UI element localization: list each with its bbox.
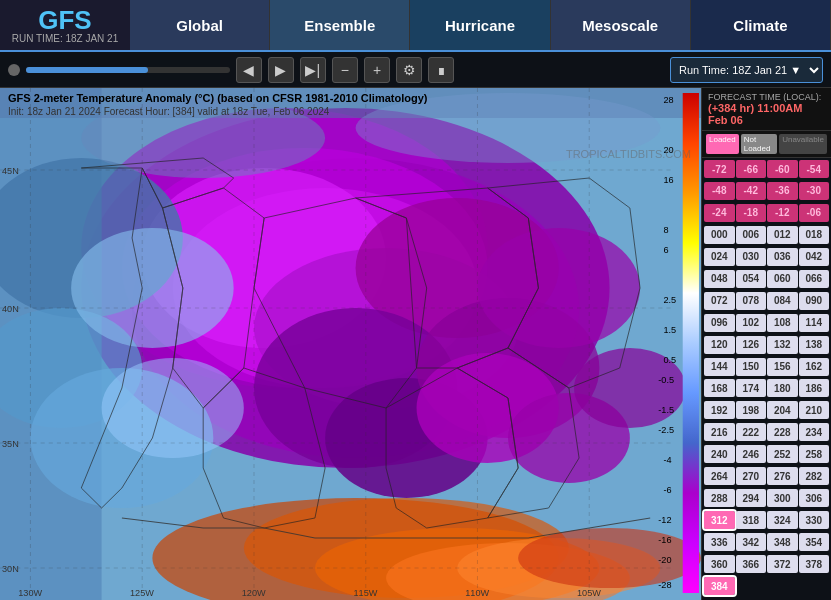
time-cell[interactable]: 012 <box>767 226 798 244</box>
time-cell[interactable]: -18 <box>736 204 767 222</box>
time-grid: -72-66-60-54-48-42-36-30-24-18-12-060000… <box>702 158 831 600</box>
time-cell[interactable]: 222 <box>736 423 767 441</box>
time-cell[interactable]: 204 <box>767 401 798 419</box>
time-cell[interactable]: 030 <box>736 248 767 266</box>
time-cell[interactable]: 102 <box>736 314 767 332</box>
svg-text:0.5: 0.5 <box>663 355 676 365</box>
tab-climate[interactable]: Climate <box>691 0 831 50</box>
svg-text:-16: -16 <box>658 535 671 545</box>
time-cell[interactable]: 354 <box>799 533 830 551</box>
time-cell[interactable]: 288 <box>704 489 735 507</box>
time-cell[interactable]: 384 <box>704 577 735 595</box>
time-cell[interactable]: 000 <box>704 226 735 244</box>
controls-bar: ◀ ▶ ▶| − + ⚙ ∎ Run Time: 18Z Jan 21 ▼ <box>0 50 831 88</box>
svg-point-24 <box>518 528 701 588</box>
time-cell[interactable]: 186 <box>799 379 830 397</box>
time-cell[interactable]: 126 <box>736 336 767 354</box>
time-cell[interactable]: 192 <box>704 401 735 419</box>
time-cell[interactable]: 174 <box>736 379 767 397</box>
time-cell[interactable]: 024 <box>704 248 735 266</box>
time-cell[interactable]: 342 <box>736 533 767 551</box>
time-cell[interactable]: -48 <box>704 182 735 200</box>
time-cell[interactable]: 036 <box>767 248 798 266</box>
time-cell[interactable]: 180 <box>767 379 798 397</box>
time-cell[interactable]: -54 <box>799 160 830 178</box>
time-cell[interactable]: 108 <box>767 314 798 332</box>
time-cell[interactable]: 276 <box>767 467 798 485</box>
svg-rect-31 <box>683 93 699 593</box>
map-container: GFS 2-meter Temperature Anomaly (°C) (ba… <box>0 88 701 600</box>
time-cell[interactable]: 150 <box>736 358 767 376</box>
time-cell[interactable]: 198 <box>736 401 767 419</box>
time-cell[interactable]: 072 <box>704 292 735 310</box>
time-cell[interactable]: 228 <box>767 423 798 441</box>
time-cell[interactable]: -72 <box>704 160 735 178</box>
settings-button[interactable]: ⚙ <box>396 57 422 83</box>
time-cell[interactable]: 048 <box>704 270 735 288</box>
time-cell[interactable]: 096 <box>704 314 735 332</box>
time-cell[interactable]: 138 <box>799 336 830 354</box>
time-cell[interactable]: 084 <box>767 292 798 310</box>
time-cell[interactable]: 300 <box>767 489 798 507</box>
time-cell[interactable]: 078 <box>736 292 767 310</box>
time-cell[interactable]: -60 <box>767 160 798 178</box>
time-cell[interactable]: 264 <box>704 467 735 485</box>
time-cell[interactable]: 210 <box>799 401 830 419</box>
tab-ensemble[interactable]: Ensemble <box>270 0 410 50</box>
time-cell[interactable]: 144 <box>704 358 735 376</box>
time-cell[interactable]: 330 <box>799 511 830 529</box>
time-cell[interactable]: 324 <box>767 511 798 529</box>
time-cell[interactable]: 018 <box>799 226 830 244</box>
run-time-select[interactable]: Run Time: 18Z Jan 21 ▼ <box>670 57 823 83</box>
time-cell[interactable]: 240 <box>704 445 735 463</box>
progress-track[interactable] <box>26 67 230 73</box>
time-cell[interactable]: 168 <box>704 379 735 397</box>
time-cell[interactable]: 348 <box>767 533 798 551</box>
time-cell[interactable]: 294 <box>736 489 767 507</box>
time-cell[interactable]: 090 <box>799 292 830 310</box>
time-cell[interactable]: 360 <box>704 555 735 573</box>
play-button[interactable]: ▶ <box>268 57 294 83</box>
time-cell[interactable]: -12 <box>767 204 798 222</box>
time-cell[interactable]: 006 <box>736 226 767 244</box>
time-cell[interactable]: 066 <box>799 270 830 288</box>
time-cell[interactable]: 372 <box>767 555 798 573</box>
time-cell[interactable]: -06 <box>799 204 830 222</box>
time-cell[interactable]: 054 <box>736 270 767 288</box>
time-cell[interactable]: -36 <box>767 182 798 200</box>
time-cell[interactable]: 234 <box>799 423 830 441</box>
time-cell[interactable]: -66 <box>736 160 767 178</box>
time-cell[interactable]: 312 <box>704 511 735 529</box>
time-cell[interactable]: 378 <box>799 555 830 573</box>
right-panel: FORECAST TIME (LOCAL): (+384 hr) 11:00AM… <box>701 88 831 600</box>
svg-text:120W: 120W <box>242 588 266 598</box>
time-cell[interactable]: 366 <box>736 555 767 573</box>
minus-button[interactable]: − <box>332 57 358 83</box>
time-cell[interactable]: 060 <box>767 270 798 288</box>
time-cell[interactable]: -42 <box>736 182 767 200</box>
time-cell[interactable]: 252 <box>767 445 798 463</box>
prev-button[interactable]: ◀ <box>236 57 262 83</box>
time-cell[interactable]: 336 <box>704 533 735 551</box>
time-cell[interactable]: 132 <box>767 336 798 354</box>
plus-button[interactable]: + <box>364 57 390 83</box>
next-button[interactable]: ▶| <box>300 57 326 83</box>
time-cell[interactable]: 306 <box>799 489 830 507</box>
tab-global[interactable]: Global <box>130 0 270 50</box>
time-cell[interactable]: 246 <box>736 445 767 463</box>
time-cell[interactable]: 258 <box>799 445 830 463</box>
time-cell[interactable]: 156 <box>767 358 798 376</box>
time-cell[interactable]: -24 <box>704 204 735 222</box>
time-cell[interactable]: 042 <box>799 248 830 266</box>
time-cell[interactable]: 270 <box>736 467 767 485</box>
time-cell[interactable]: 318 <box>736 511 767 529</box>
time-cell[interactable]: 282 <box>799 467 830 485</box>
tab-hurricane[interactable]: Hurricane <box>410 0 550 50</box>
time-cell[interactable]: -30 <box>799 182 830 200</box>
time-cell[interactable]: 114 <box>799 314 830 332</box>
tab-mesoscale[interactable]: Mesoscale <box>551 0 691 50</box>
time-cell[interactable]: 162 <box>799 358 830 376</box>
time-cell[interactable]: 120 <box>704 336 735 354</box>
grid-button[interactable]: ∎ <box>428 57 454 83</box>
time-cell[interactable]: 216 <box>704 423 735 441</box>
